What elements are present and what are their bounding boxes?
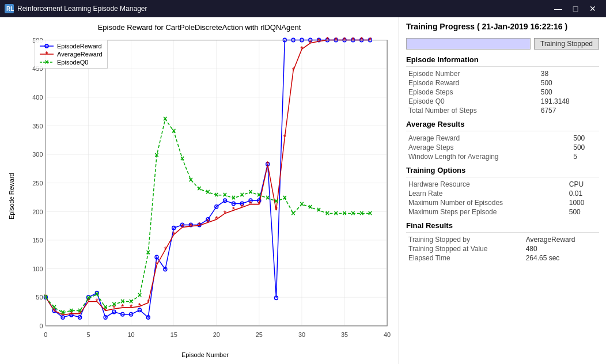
svg-text:×: × <box>248 187 253 196</box>
svg-text:×: × <box>44 59 48 66</box>
svg-text:×: × <box>172 127 176 135</box>
svg-text:×: × <box>197 184 202 193</box>
average-results-table: Average Reward500Average Steps500Window … <box>406 134 599 161</box>
svg-text:350: 350 <box>32 122 43 129</box>
svg-text:×: × <box>266 194 270 202</box>
svg-text:×: × <box>359 208 364 217</box>
legend-label-average-reward: AverageReward <box>57 51 103 58</box>
svg-text:*: * <box>190 221 193 230</box>
row-label: Episode Reward <box>406 78 539 88</box>
chart-wrapper: Episode Reward EpisodeReward <box>6 34 393 358</box>
svg-text:5: 5 <box>86 331 90 338</box>
svg-text:200: 200 <box>32 208 43 215</box>
svg-text:*: * <box>215 214 218 224</box>
chart-svg: 0 50 100 150 200 250 300 350 400 450 500 <box>17 34 393 350</box>
table-row: Episode Steps500 <box>406 88 599 97</box>
svg-text:50: 50 <box>36 294 43 301</box>
svg-text:×: × <box>214 191 219 199</box>
svg-text:×: × <box>274 196 279 205</box>
row-value: 0.01 <box>567 189 599 198</box>
svg-text:×: × <box>232 194 236 202</box>
table-row: Average Reward500 <box>406 134 599 143</box>
minimize-button[interactable]: — <box>550 0 567 17</box>
svg-text:×: × <box>146 248 150 257</box>
svg-text:0: 0 <box>39 323 43 329</box>
row-value: 5 <box>571 152 599 161</box>
row-value: 500 <box>571 134 599 143</box>
legend-line-green: × <box>40 59 54 66</box>
row-label: Elapsed Time <box>406 253 524 263</box>
app-icon: RL <box>5 4 14 13</box>
row-value: 191.3148 <box>539 97 599 106</box>
svg-text:*: * <box>351 35 355 44</box>
svg-text:×: × <box>180 154 185 162</box>
row-label: Episode Steps <box>406 88 539 97</box>
svg-text:×: × <box>257 191 262 199</box>
svg-text:0: 0 <box>44 331 47 338</box>
svg-text:40: 40 <box>384 331 391 338</box>
separator-2 <box>406 131 599 131</box>
maximize-button[interactable]: □ <box>567 0 584 17</box>
svg-text:×: × <box>86 294 91 302</box>
row-label: Learn Rate <box>406 189 567 198</box>
window-controls: — □ ✕ <box>550 0 601 17</box>
svg-text:*: * <box>172 229 176 239</box>
chart-svg-container: EpisodeReward * AverageReward <box>17 34 393 350</box>
table-row: Episode Reward500 <box>406 78 599 88</box>
svg-text:*: * <box>317 36 321 46</box>
row-value: 1000 <box>567 198 599 207</box>
svg-text:×: × <box>189 175 194 184</box>
table-row: Average Steps500 <box>406 143 599 152</box>
svg-text:*: * <box>155 260 158 270</box>
svg-text:×: × <box>240 191 244 199</box>
window-title: Reinforcement Learning Episode Manager <box>17 5 546 13</box>
training-stopped-button[interactable]: Training Stopped <box>534 38 599 50</box>
row-value: 500 <box>567 207 599 217</box>
svg-text:×: × <box>334 208 338 217</box>
svg-text:×: × <box>325 208 330 217</box>
svg-text:30: 30 <box>298 331 305 338</box>
table-row: Episode Q0191.3148 <box>406 97 599 106</box>
training-options-table: Hardware ResourceCPULearn Rate0.01Maximu… <box>406 180 599 217</box>
svg-text:×: × <box>78 306 82 314</box>
svg-text:*: * <box>257 199 261 208</box>
svg-text:*: * <box>147 297 150 307</box>
separator-1 <box>406 66 599 67</box>
progress-bar-track <box>406 38 531 50</box>
svg-text:×: × <box>112 300 116 309</box>
svg-text:*: * <box>335 35 338 44</box>
svg-text:×: × <box>69 306 74 314</box>
average-results-header: Average Results <box>406 120 599 128</box>
final-results-header: Final Results <box>406 221 599 230</box>
svg-text:*: * <box>360 35 363 44</box>
close-button[interactable]: ✕ <box>584 0 601 17</box>
svg-text:*: * <box>181 222 184 232</box>
svg-text:*: * <box>343 35 346 44</box>
svg-text:×: × <box>342 208 347 217</box>
legend-episode-reward: EpisodeReward <box>40 43 103 50</box>
svg-text:×: × <box>351 208 355 217</box>
svg-text:×: × <box>52 303 56 312</box>
svg-text:×: × <box>60 308 65 316</box>
svg-text:×: × <box>120 297 125 305</box>
svg-text:×: × <box>206 187 210 196</box>
table-row: Training Stopped at Value480 <box>406 244 599 253</box>
table-row: Elapsed Time264.65 sec <box>406 253 599 263</box>
legend-label-episode-q0: EpisodeQ0 <box>57 59 88 66</box>
svg-text:25: 25 <box>256 331 263 338</box>
svg-text:×: × <box>300 199 304 208</box>
episode-info-header: Episode Information <box>406 55 599 64</box>
svg-text:*: * <box>309 38 312 48</box>
svg-text:×: × <box>283 194 287 202</box>
svg-text:×: × <box>138 291 142 299</box>
main-content: Episode Reward for CartPoleDiscreteActio… <box>0 17 606 364</box>
separator-4 <box>406 232 599 233</box>
table-row: Training Stopped byAverageReward <box>406 235 599 244</box>
svg-text:×: × <box>368 208 373 217</box>
row-label: Total Number of Steps <box>406 106 539 115</box>
legend-label-episode-reward: EpisodeReward <box>57 43 102 50</box>
svg-text:20: 20 <box>213 331 220 338</box>
legend-line-blue <box>40 43 54 50</box>
row-value: 500 <box>539 88 599 97</box>
separator-3 <box>406 177 599 177</box>
